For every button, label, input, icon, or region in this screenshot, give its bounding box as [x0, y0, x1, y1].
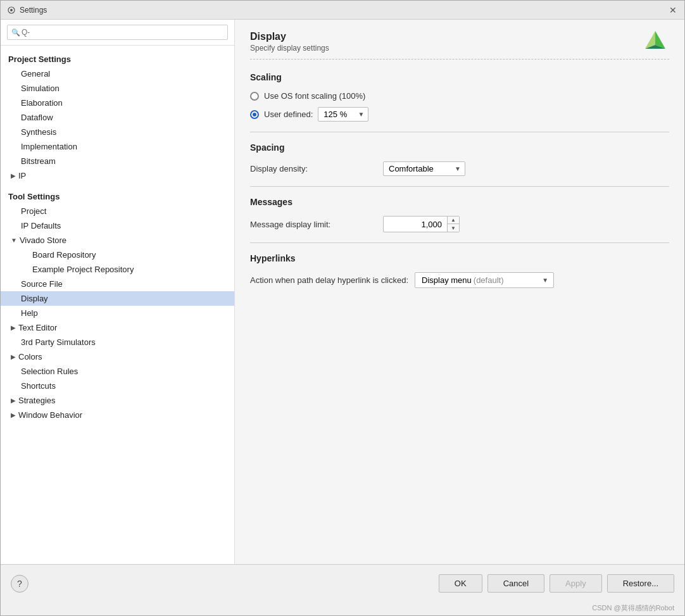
messages-section-title: Messages: [250, 197, 669, 207]
restore-button[interactable]: Restore...: [607, 574, 674, 593]
sidebar-item-selection-rules[interactable]: Selection Rules: [1, 364, 234, 379]
sidebar-item-board-repository[interactable]: Board Repository: [1, 248, 234, 262]
scale-value-text: 125 %: [324, 110, 347, 119]
sidebar-item-ip-defaults[interactable]: IP Defaults: [1, 218, 234, 233]
sidebar-item-text-editor-label: Text Editor: [18, 323, 57, 332]
main-content: 🔍 Project Settings General Simulation El…: [1, 20, 684, 564]
title-bar: Settings ✕: [1, 1, 684, 20]
panel-logo: [641, 28, 669, 58]
ip-expand-arrow: ▶: [11, 172, 16, 179]
messages-divider: [250, 242, 669, 243]
sidebar-item-colors-label: Colors: [18, 352, 42, 361]
hyperlinks-action-default: (default): [474, 275, 504, 285]
window-title: Settings: [20, 6, 47, 15]
hyperlinks-dropdown-arrow: ▼: [542, 277, 548, 284]
text-editor-expand-arrow: ▶: [11, 324, 16, 331]
hyperlinks-action-row: Action when path delay hyperlink is clic…: [250, 272, 669, 288]
sidebar-tree: Project Settings General Simulation Elab…: [1, 46, 234, 564]
panel-subtitle: Specify display settings: [250, 44, 669, 53]
sidebar-item-bitstream[interactable]: Bitstream: [1, 154, 234, 168]
svg-point-1: [10, 9, 13, 11]
search-box: 🔍: [1, 20, 234, 46]
sidebar-item-help[interactable]: Help: [1, 306, 234, 320]
watermark: CSDN @莫得感情的Robot: [1, 602, 684, 615]
sidebar-item-colors[interactable]: ▶ Colors: [1, 349, 234, 364]
message-limit-label: Message display limit:: [250, 220, 377, 229]
spinner-up[interactable]: ▲: [448, 217, 459, 224]
hyperlinks-action-dropdown[interactable]: Display menu (default) ▼: [415, 272, 554, 288]
vivado-store-expand-arrow: ▼: [11, 237, 17, 244]
scaling-section-title: Scaling: [250, 72, 669, 82]
scale-dropdown-arrow: ▼: [358, 111, 364, 118]
bottom-bar: ? OK Cancel Apply Restore...: [1, 564, 684, 602]
sidebar-item-source-file[interactable]: Source File: [1, 277, 234, 291]
sidebar-item-3rd-party-simulators[interactable]: 3rd Party Simulators: [1, 335, 234, 349]
density-value-text: Comfortable: [389, 164, 434, 173]
user-defined-radio[interactable]: [250, 110, 259, 119]
settings-window: Settings ✕ 🔍 Project Settings General Si…: [0, 0, 685, 616]
sidebar-item-shortcuts[interactable]: Shortcuts: [1, 379, 234, 393]
ok-button[interactable]: OK: [439, 574, 482, 593]
search-input[interactable]: [7, 25, 228, 40]
strategies-expand-arrow: ▶: [11, 397, 16, 404]
display-density-row: Display density: Comfortable ▼: [250, 161, 669, 176]
sidebar-item-simulation[interactable]: Simulation: [1, 81, 234, 96]
os-scaling-radio[interactable]: [250, 92, 259, 101]
tool-settings-header: Tool Settings: [1, 188, 234, 204]
search-wrapper: 🔍: [7, 25, 228, 40]
spacing-divider: [250, 186, 669, 187]
help-icon: ?: [17, 579, 22, 589]
sidebar-item-strategies-label: Strategies: [18, 396, 56, 405]
hyperlinks-action-value: Display menu: [422, 275, 472, 285]
panel-title: Display: [250, 31, 669, 42]
search-icon: 🔍: [11, 28, 20, 37]
bottom-left: ?: [11, 575, 28, 593]
settings-icon: [7, 6, 16, 15]
sidebar-item-implementation[interactable]: Implementation: [1, 139, 234, 154]
project-settings-header: Project Settings: [1, 51, 234, 66]
sidebar-item-elaboration[interactable]: Elaboration: [1, 96, 234, 110]
sidebar-item-dataflow[interactable]: Dataflow: [1, 110, 234, 125]
colors-expand-arrow: ▶: [11, 353, 16, 360]
os-scaling-row: Use OS font scaling (100%): [250, 91, 669, 101]
user-defined-row: User defined: 125 % ▼: [250, 107, 669, 122]
scaling-radio-group: Use OS font scaling (100%) User defined:…: [250, 91, 669, 122]
os-scaling-label: Use OS font scaling (100%): [264, 91, 365, 101]
sidebar-item-ip[interactable]: ▶ IP: [1, 168, 234, 183]
sidebar-item-display[interactable]: Display: [1, 291, 234, 306]
close-button[interactable]: ✕: [668, 5, 678, 15]
sidebar-item-vivado-store-label: Vivado Store: [20, 236, 66, 245]
sidebar-item-vivado-store[interactable]: ▼ Vivado Store: [1, 233, 234, 248]
sidebar-item-window-behavior[interactable]: ▶ Window Behavior: [1, 408, 234, 422]
message-limit-input-wrapper: ▲ ▼: [383, 216, 460, 232]
density-dropdown-arrow: ▼: [455, 165, 461, 172]
apply-button[interactable]: Apply: [550, 574, 602, 593]
message-limit-input[interactable]: [384, 218, 447, 231]
density-dropdown[interactable]: Comfortable ▼: [383, 161, 465, 176]
window-behavior-expand-arrow: ▶: [11, 412, 16, 418]
spinner-down[interactable]: ▼: [448, 224, 459, 232]
sidebar-item-strategies[interactable]: ▶ Strategies: [1, 393, 234, 408]
scale-value-dropdown[interactable]: 125 % ▼: [318, 107, 368, 122]
spinner-buttons: ▲ ▼: [447, 217, 459, 232]
cancel-button[interactable]: Cancel: [487, 574, 544, 593]
sidebar-item-ip-label: IP: [18, 171, 26, 180]
right-panel: Display Specify display settings Scaling: [235, 20, 684, 564]
title-bar-left: Settings: [7, 6, 47, 15]
sidebar-item-project[interactable]: Project: [1, 204, 234, 218]
hyperlinks-section-title: Hyperlinks: [250, 253, 669, 263]
hyperlinks-action-label: Action when path delay hyperlink is clic…: [250, 275, 408, 285]
help-button[interactable]: ?: [11, 575, 28, 593]
bottom-right: OK Cancel Apply Restore...: [439, 574, 674, 593]
spacing-section-title: Spacing: [250, 142, 669, 153]
panel-header: Display Specify display settings: [235, 20, 684, 59]
sidebar-item-synthesis[interactable]: Synthesis: [1, 125, 234, 139]
sidebar-item-general[interactable]: General: [1, 66, 234, 81]
panel-body: Scaling Use OS font scaling (100%) User …: [235, 60, 684, 564]
sidebar-item-text-editor[interactable]: ▶ Text Editor: [1, 320, 234, 335]
sidebar-item-window-behavior-label: Window Behavior: [18, 410, 82, 420]
sidebar-item-example-project-repository[interactable]: Example Project Repository: [1, 262, 234, 277]
message-limit-row: Message display limit: ▲ ▼: [250, 216, 669, 232]
sidebar: 🔍 Project Settings General Simulation El…: [1, 20, 235, 564]
scaling-divider: [250, 132, 669, 132]
